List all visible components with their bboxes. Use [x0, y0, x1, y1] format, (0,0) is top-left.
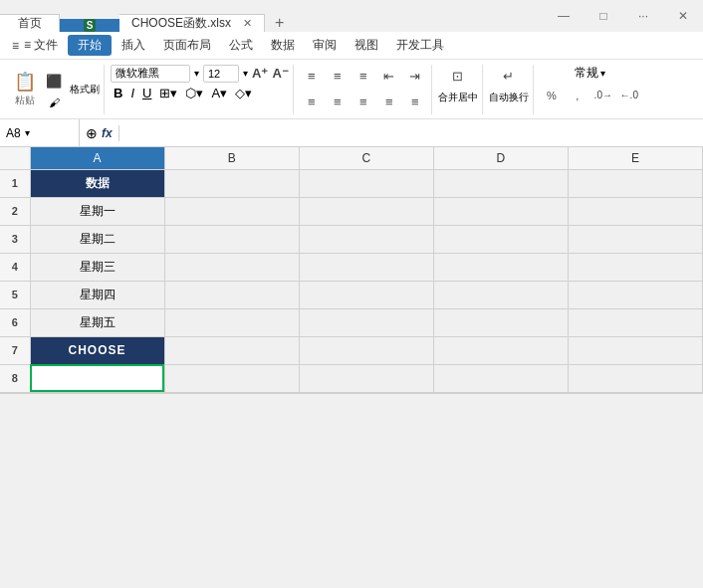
cell-r8c3[interactable] [299, 364, 433, 392]
cell-r6c2[interactable] [164, 308, 299, 336]
shape-button[interactable]: ◇▾ [232, 85, 255, 101]
cell-r4c2[interactable] [164, 253, 299, 281]
cell-r7c4[interactable] [433, 336, 568, 364]
cell-r1c5[interactable] [568, 169, 702, 197]
cell-r7c5[interactable] [568, 336, 702, 364]
cell-r7c3[interactable] [299, 336, 433, 364]
cell-r4c4[interactable] [433, 253, 568, 281]
align-right-button[interactable]: ≡ [352, 91, 375, 114]
tab-excel-file[interactable]: CHOOSE函数.xlsx ✕ [119, 14, 265, 32]
copy-button[interactable]: ⬛ [42, 70, 66, 94]
italic-button[interactable]: I [127, 85, 137, 101]
font-size-input[interactable] [203, 65, 239, 83]
cell-r8c2[interactable] [164, 364, 299, 392]
thousands-button[interactable]: , [566, 84, 589, 107]
tab-new[interactable]: + [265, 14, 294, 32]
row-num-1[interactable]: 1 [0, 169, 30, 197]
cell-r3c5[interactable] [568, 225, 702, 253]
row-num-6[interactable]: 6 [0, 308, 30, 336]
cell-r8c5[interactable] [568, 364, 702, 392]
underline-button[interactable]: U [139, 85, 154, 101]
percent-button[interactable]: % [540, 84, 564, 107]
bold-button[interactable]: B [111, 85, 125, 101]
cell-r3c2[interactable] [164, 225, 299, 253]
decrease-decimal-button[interactable]: ←.0 [617, 84, 641, 107]
cell-r2c1[interactable]: 星期一 [30, 197, 164, 225]
cell-r2c2[interactable] [164, 197, 299, 225]
cell-r4c5[interactable] [568, 253, 702, 281]
cell-r6c3[interactable] [299, 308, 433, 336]
cell-r7c2[interactable] [164, 336, 299, 364]
fill-color-button[interactable]: ⬡▾ [182, 85, 206, 101]
close-button[interactable]: ✕ [663, 0, 703, 32]
align-left-button[interactable]: ≡ [300, 91, 324, 114]
menu-review[interactable]: 审阅 [305, 35, 345, 56]
row-num-3[interactable]: 3 [0, 225, 30, 253]
font-shrink-icon[interactable]: A⁻ [272, 66, 288, 81]
align-top-center-button[interactable]: ≡ [326, 65, 350, 89]
fx-label[interactable]: fx [102, 126, 113, 140]
row-num-4[interactable]: 4 [0, 253, 30, 281]
menu-developer[interactable]: 开发工具 [388, 35, 452, 56]
font-color-button[interactable]: A▾ [208, 85, 230, 101]
row-num-7[interactable]: 7 [0, 336, 30, 364]
col-header-c[interactable]: C [299, 147, 433, 169]
cell-r6c5[interactable] [568, 308, 702, 336]
cell-r5c1[interactable]: 星期四 [30, 281, 164, 308]
dots-button[interactable]: ··· [623, 0, 663, 32]
cell-r6c1[interactable]: 星期五 [30, 308, 164, 336]
cell-r3c4[interactable] [433, 225, 568, 253]
auto-wrap-button[interactable]: ↵ [497, 65, 521, 89]
col-header-e[interactable]: E [568, 147, 702, 169]
cell-r1c4[interactable] [433, 169, 568, 197]
font-size-dropdown-icon[interactable]: ▾ [243, 68, 248, 79]
align-top-right-button[interactable]: ≡ [352, 65, 375, 89]
indent-decrease-button[interactable]: ⇤ [377, 65, 401, 89]
paste-button[interactable]: 📋 粘贴 [10, 69, 40, 109]
cell-r5c5[interactable] [568, 281, 702, 308]
merge-cells-button[interactable]: ⊡ [445, 65, 470, 89]
align-justify-button[interactable]: ≡ [377, 91, 401, 114]
cell-r8c4[interactable] [433, 364, 568, 392]
format-painter-button[interactable]: 🖌 [46, 96, 63, 109]
cell-r2c4[interactable] [433, 197, 568, 225]
row-num-8[interactable]: 8 [0, 364, 30, 392]
cell-r8c1[interactable] [30, 364, 164, 392]
cell-r5c4[interactable] [433, 281, 568, 308]
font-name-input[interactable] [111, 65, 190, 83]
menu-home[interactable]: 开始 [68, 35, 112, 56]
close-file-icon[interactable]: ✕ [243, 17, 252, 30]
cell-r5c3[interactable] [299, 281, 433, 308]
align-distribute-button[interactable]: ≡ [403, 91, 427, 114]
cell-r1c3[interactable] [299, 169, 433, 197]
menu-data[interactable]: 数据 [263, 35, 303, 56]
col-header-d[interactable]: D [433, 147, 568, 169]
cell-reference-box[interactable]: A8 ▾ [0, 119, 80, 146]
format-dropdown-icon[interactable]: ▾ [600, 68, 605, 79]
cell-r6c4[interactable] [433, 308, 568, 336]
align-center-button[interactable]: ≡ [326, 91, 350, 114]
menu-formula[interactable]: 公式 [221, 35, 261, 56]
menu-file[interactable]: ≡ ≡ 文件 [4, 35, 66, 56]
border-button[interactable]: ⊞▾ [156, 85, 180, 101]
cell-r7c1[interactable]: CHOOSE [30, 336, 164, 364]
row-num-5[interactable]: 5 [0, 281, 30, 308]
cell-ref-dropdown[interactable]: ▾ [25, 127, 30, 138]
font-name-dropdown-icon[interactable]: ▾ [194, 68, 199, 79]
cell-r3c1[interactable]: 星期二 [30, 225, 164, 253]
cell-r2c3[interactable] [299, 197, 433, 225]
zoom-icon[interactable]: ⊕ [86, 125, 98, 141]
minimize-button[interactable]: — [544, 0, 584, 32]
align-top-left-button[interactable]: ≡ [300, 65, 324, 89]
cell-r4c1[interactable]: 星期三 [30, 253, 164, 281]
cell-r5c2[interactable] [164, 281, 299, 308]
formula-input[interactable] [119, 119, 703, 146]
cell-r2c5[interactable] [568, 197, 702, 225]
tab-home[interactable]: 首页 [0, 14, 60, 32]
cell-r3c3[interactable] [299, 225, 433, 253]
cell-r4c3[interactable] [299, 253, 433, 281]
indent-increase-button[interactable]: ⇥ [403, 65, 427, 89]
increase-decimal-button[interactable]: .0→ [591, 84, 615, 107]
col-header-a[interactable]: A [30, 147, 164, 169]
col-header-b[interactable]: B [164, 147, 299, 169]
